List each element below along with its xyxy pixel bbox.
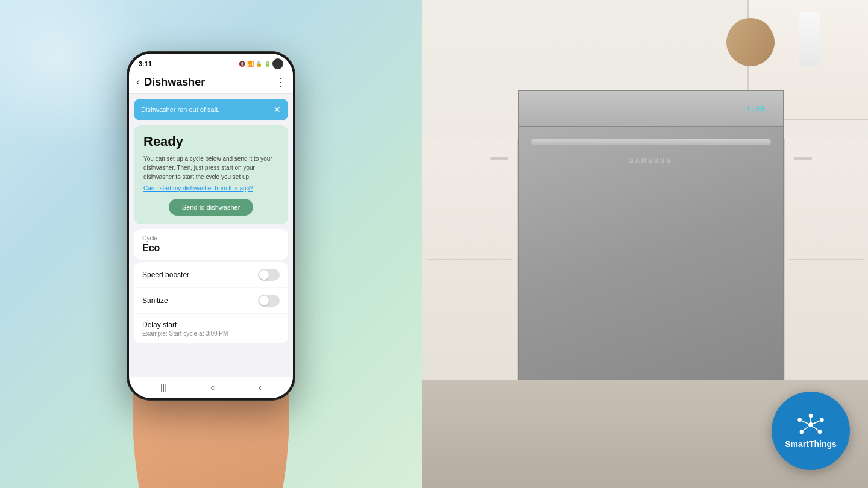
smartthings-badge: SmartThings — [772, 392, 850, 470]
delay-start-subtitle: Example: Start cycle at 3:00 PM — [142, 330, 228, 337]
svg-point-1 — [809, 413, 813, 418]
dishwasher-brand: SAMSUNG — [629, 157, 673, 164]
smartthings-label: SmartThings — [785, 439, 837, 449]
status-icons: 🔇 📶 🔒 🔋 — [239, 58, 283, 69]
wifi-icon: 📶 — [247, 61, 254, 67]
notification-text: Dishwasher ran out of salt. — [141, 106, 219, 113]
kitchen-background: 1:30 SAMSUNG — [422, 0, 868, 488]
more-options-button[interactable]: ⋮ — [275, 75, 286, 89]
cabinet-handle-left — [490, 157, 508, 160]
smartthings-icon — [796, 413, 826, 437]
page-title: Dishwasher — [144, 76, 270, 89]
ready-card: Ready You can set up a cycle below and s… — [134, 125, 288, 224]
ready-help-link[interactable]: Can I start my dishwasher from this app? — [143, 185, 278, 192]
cabinet-divider-right — [789, 259, 864, 260]
svg-point-3 — [800, 430, 804, 434]
cabinet-right — [784, 139, 868, 380]
right-panel: 1:30 SAMSUNG — [422, 0, 868, 488]
speed-booster-toggle[interactable] — [258, 269, 280, 281]
back-button[interactable]: ‹ — [136, 77, 139, 87]
dishwasher: 1:30 SAMSUNG — [518, 90, 784, 380]
send-to-dishwasher-button[interactable]: Send to dishwasher — [169, 199, 254, 216]
svg-line-4 — [804, 427, 808, 430]
app-header: ‹ Dishwasher ⋮ — [129, 72, 293, 94]
delay-start-info: Delay start Example: Start cycle at 3:00… — [142, 321, 228, 337]
svg-line-6 — [813, 427, 818, 430]
sanitize-label: Sanitize — [142, 296, 168, 305]
status-time: 3:11 — [139, 60, 152, 67]
cabinet-handle-right — [794, 157, 812, 160]
cabinet-divider-left — [427, 259, 512, 260]
mute-icon: 🔇 — [239, 61, 245, 67]
dishwasher-panel: 1:30 — [519, 91, 783, 127]
delay-start-title: Delay start — [142, 321, 228, 329]
notification-close-button[interactable]: ✕ — [274, 105, 281, 114]
phone-screen: 3:11 🔇 📶 🔒 🔋 ‹ Dishwasher ⋮ Dishwasher r… — [129, 54, 293, 398]
white-container-decoration — [799, 12, 820, 66]
cycle-value: Eco — [142, 243, 280, 254]
speed-booster-row: Speed booster — [134, 262, 288, 288]
svg-point-9 — [820, 418, 824, 422]
avatar — [272, 58, 283, 69]
home-button[interactable]: ○ — [210, 383, 215, 392]
speed-booster-label: Speed booster — [142, 271, 189, 279]
cabinet-left — [422, 139, 518, 380]
ready-description: You can set up a cycle below and send it… — [143, 154, 278, 181]
dishwasher-handle — [531, 139, 771, 145]
battery-icon: 🔋 — [264, 61, 271, 67]
left-panel: 3:11 🔇 📶 🔒 🔋 ‹ Dishwasher ⋮ Dishwasher r… — [0, 0, 422, 488]
bottom-nav: ||| ○ ‹ — [129, 377, 293, 398]
dishwasher-display: 1:30 — [746, 104, 765, 113]
cycle-label: Cycle — [142, 235, 280, 242]
ready-title: Ready — [143, 134, 278, 149]
sanitize-toggle[interactable] — [258, 295, 280, 307]
svg-point-5 — [818, 430, 822, 434]
svg-point-0 — [808, 422, 813, 427]
dishwasher-door: SAMSUNG — [519, 127, 783, 380]
recent-apps-button[interactable]: ||| — [160, 383, 167, 392]
sanitize-row: Sanitize — [134, 288, 288, 314]
back-nav-button[interactable]: ‹ — [259, 383, 262, 392]
delay-start-row: Delay start Example: Start cycle at 3:00… — [134, 314, 288, 343]
notification-banner: Dishwasher ran out of salt. ✕ — [134, 99, 288, 120]
lock-icon: 🔒 — [256, 61, 262, 67]
svg-line-10 — [813, 421, 820, 424]
phone: 3:11 🔇 📶 🔒 🔋 ‹ Dishwasher ⋮ Dishwasher r… — [127, 51, 295, 401]
svg-point-7 — [797, 418, 802, 422]
smartthings-logo — [796, 413, 826, 437]
toggles-container: Speed booster Sanitize Delay start Examp… — [134, 262, 288, 343]
cycle-section[interactable]: Cycle Eco — [134, 229, 288, 260]
svg-line-8 — [802, 421, 808, 424]
status-bar: 3:11 🔇 📶 🔒 🔋 — [129, 54, 293, 72]
